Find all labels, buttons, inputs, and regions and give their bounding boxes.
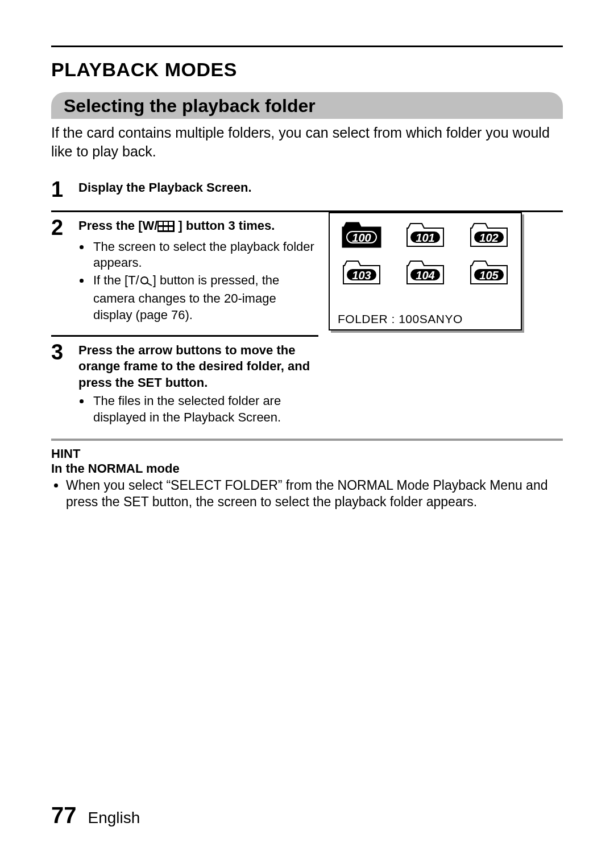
page-number: 77 (51, 803, 77, 828)
hint-bullets: When you select “SELECT FOLDER” from the… (51, 477, 563, 511)
folder-label: 100 (341, 232, 382, 245)
bullet: The screen to select the playback folder… (91, 239, 318, 271)
svg-rect-4 (159, 227, 163, 230)
step-1: 1 Display the Playback Screen. (51, 174, 563, 212)
folder-label: 102 (468, 232, 509, 245)
step-head-before: Press the [W/ (78, 218, 157, 233)
step-number: 1 (51, 179, 78, 200)
magnify-icon (139, 275, 153, 291)
folder-label: 101 (405, 232, 446, 245)
step-head-after: ] button 3 times. (179, 218, 275, 233)
intro-text: If the card contains multiple folders, y… (51, 123, 563, 160)
bullet: The files in the selected folder are dis… (91, 393, 318, 425)
step-bullets: The screen to select the playback folder… (78, 239, 318, 324)
folder-101: 101 (405, 221, 446, 249)
camera-screen: 100 101 102 (329, 212, 522, 330)
step-3: 3 Press the arrow buttons to move the or… (51, 337, 318, 431)
screen-caption: FOLDER : 100SANYO (338, 312, 513, 326)
manual-page: PLAYBACK MODES Selecting the playback fo… (0, 0, 614, 868)
step-number: 3 (51, 341, 78, 363)
hint-subtitle: In the NORMAL mode (51, 461, 563, 476)
folder-label: 105 (468, 269, 509, 282)
bullet-before: If the [T/ (93, 273, 139, 287)
bullet: If the [T/] button is pressed, the camer… (91, 272, 318, 324)
folder-100: 100 (341, 221, 382, 249)
language-label: English (88, 809, 140, 827)
thumbnail-grid-icon (157, 220, 175, 237)
folder-label: 103 (341, 269, 382, 282)
step-bullets: The files in the selected folder are dis… (78, 393, 318, 425)
folder-104: 104 (405, 259, 446, 286)
step-head: Press the arrow buttons to move the oran… (78, 343, 310, 390)
step-head: Press the [W/ ] button 3 times. (78, 218, 275, 233)
step-head: Display the Playback Screen. (78, 180, 252, 195)
steps-with-figure: 2 Press the [W/ ] button 3 times. The sc… (51, 212, 563, 431)
page-title: PLAYBACK MODES (51, 59, 563, 81)
hint-title: HINT (51, 447, 563, 461)
svg-rect-1 (159, 222, 163, 225)
folder-label: 104 (405, 269, 446, 282)
folder-105: 105 (468, 259, 509, 286)
top-rule (51, 46, 563, 47)
hint-section: HINT In the NORMAL mode When you select … (51, 439, 563, 511)
folder-grid: 100 101 102 (338, 221, 513, 286)
folder-102: 102 (468, 221, 509, 249)
bullet: When you select “SELECT FOLDER” from the… (66, 477, 563, 511)
step-2: 2 Press the [W/ ] button 3 times. The sc… (51, 212, 318, 337)
svg-line-8 (147, 283, 152, 286)
step-number: 2 (51, 217, 78, 238)
svg-rect-5 (164, 227, 168, 230)
figure-column: 100 101 102 (329, 212, 522, 330)
page-footer: 77 English (51, 803, 140, 828)
svg-rect-3 (169, 222, 173, 225)
folder-103: 103 (341, 259, 382, 286)
svg-rect-2 (164, 222, 168, 225)
svg-rect-6 (169, 227, 173, 230)
section-heading: Selecting the playback folder (51, 92, 563, 119)
